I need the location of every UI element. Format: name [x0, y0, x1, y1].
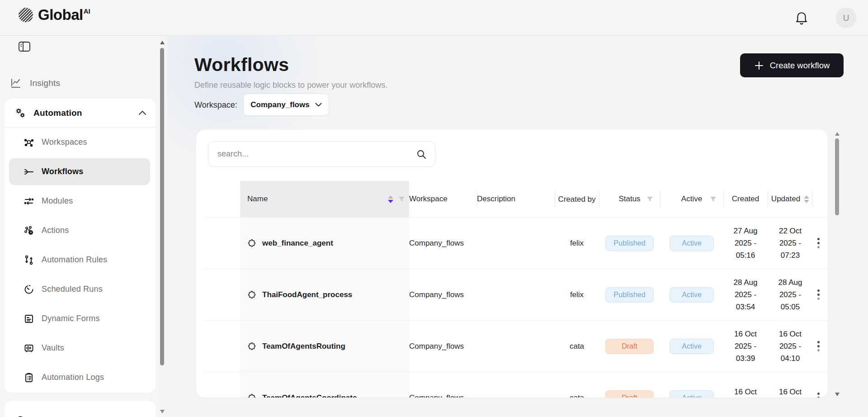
sidebar-item-label: Automation Rules	[42, 255, 107, 265]
created-by-cell: cata	[555, 321, 599, 372]
updated-date: 16 Oct 2025 - 04:10	[771, 328, 810, 365]
header-actions	[813, 181, 828, 217]
table-row[interactable]: ThaiFoodAgent_process Company_flows feli…	[203, 269, 828, 320]
brand-name: Global	[38, 6, 83, 23]
filter-icon[interactable]	[646, 195, 654, 203]
sidebar-collapse-icon[interactable]	[18, 41, 31, 52]
modules-icon	[24, 196, 34, 207]
sidebar-item-automation-logs[interactable]: Automation Logs	[5, 363, 156, 392]
workspace-select[interactable]: Company_flows	[243, 94, 329, 116]
workflow-name-cell[interactable]: web_finance_agent	[240, 218, 409, 269]
automation-gears-icon	[14, 107, 26, 119]
ai-orchestration-icon	[14, 415, 26, 417]
sidebar-item-actions[interactable]: Actions	[5, 216, 156, 245]
workflows-icon	[24, 166, 34, 177]
content-scrollbar[interactable]	[834, 130, 840, 398]
workspace-select-value: Company_flows	[250, 100, 309, 109]
sidebar-item-vaults[interactable]: Vaults	[5, 333, 156, 363]
workflow-name-cell[interactable]: TeamOfAgentsCoordinate	[240, 372, 409, 398]
sidebar-scrollbar[interactable]	[159, 39, 165, 417]
created-date: 16 Oct 2025 - 03:39	[726, 328, 765, 365]
status-badge: Published	[605, 287, 654, 303]
sidebar-item-dynamic-forms[interactable]: Dynamic Forms	[5, 304, 156, 333]
active-badge: Active	[670, 236, 714, 251]
sidebar-item-ai-orchestration[interactable]: AI Orchestration	[5, 401, 156, 417]
scrollbar-thumb[interactable]	[160, 48, 164, 365]
sidebar-item-label: Insights	[30, 78, 60, 88]
workflow-name-cell[interactable]: ThaiFoodAgent_process	[240, 269, 409, 320]
automation-rules-icon	[24, 255, 34, 265]
sort-icon[interactable]	[804, 195, 809, 203]
brand-logo: GlobalAI	[17, 6, 90, 24]
sidebar-item-label: Dynamic Forms	[42, 314, 100, 323]
workflow-name: TeamOfAgentsRouting	[262, 342, 345, 351]
sidebar-item-label: Automation Logs	[42, 373, 104, 382]
created-by-cell: cata	[555, 372, 599, 398]
user-avatar[interactable]: U	[836, 8, 856, 28]
brand-globe-icon	[17, 6, 34, 24]
create-workflow-button[interactable]: Create workflow	[740, 53, 844, 77]
avatar-initial: U	[843, 13, 849, 23]
workflows-table: Name Workspace Description Created by St…	[203, 181, 828, 398]
table-row[interactable]: TeamOfAgentsRouting Company_flows cata D…	[203, 320, 828, 372]
sidebar-item-label: Scheduled Runs	[42, 284, 103, 294]
header-name[interactable]: Name	[240, 181, 409, 217]
sidebar-item-label: Vaults	[42, 343, 64, 353]
scroll-up-icon[interactable]	[160, 40, 165, 45]
row-actions-kebab-icon[interactable]	[817, 341, 820, 351]
automation-menu-card: Automation Workspaces Workflows	[5, 99, 156, 393]
header-active[interactable]: Active	[660, 181, 723, 217]
sidebar-item-label: Modules	[42, 196, 73, 206]
created-by-cell: felix	[555, 269, 599, 320]
table-row[interactable]: TeamOfAgentsCoordinate Company_flows cat…	[203, 372, 828, 398]
sidebar-item-workspaces[interactable]: Workspaces	[5, 128, 156, 157]
filter-icon[interactable]	[709, 195, 717, 203]
scrollbar-thumb[interactable]	[835, 138, 839, 215]
search-icon[interactable]	[416, 149, 427, 160]
header-updated[interactable]: Updated	[768, 181, 813, 217]
active-badge: Active	[670, 287, 714, 303]
sidebar-item-workflows[interactable]: Workflows	[5, 157, 156, 186]
table-row[interactable]: web_finance_agent Company_flows felix Pu…	[203, 217, 828, 269]
scroll-down-icon[interactable]	[160, 409, 165, 414]
notifications-bell-icon[interactable]	[795, 11, 808, 25]
status-badge: Published	[605, 236, 654, 251]
workflow-name: TeamOfAgentsCoordinate	[262, 393, 357, 398]
header-label: Active	[681, 194, 702, 204]
header-created[interactable]: Created	[723, 181, 768, 217]
scroll-down-icon[interactable]	[835, 392, 840, 397]
header-label: Updated	[771, 194, 800, 204]
workflow-name: ThaiFoodAgent_process	[262, 290, 352, 299]
sidebar-item-modules[interactable]: Modules	[5, 186, 156, 216]
filter-icon[interactable]	[398, 195, 406, 203]
header-description[interactable]: Description	[477, 181, 555, 217]
row-spacer	[203, 218, 240, 269]
app-header: GlobalAI U	[0, 0, 868, 36]
scroll-up-icon[interactable]	[835, 131, 840, 137]
workspace-cell: Company_flows	[409, 372, 477, 398]
created-date: 16 Oct 2025 -	[726, 386, 765, 398]
puzzle-icon	[247, 393, 256, 398]
row-actions-kebab-icon[interactable]	[817, 238, 820, 248]
brand-suffix: AI	[84, 7, 90, 15]
header-label: Workspace	[409, 194, 448, 204]
row-actions-kebab-icon[interactable]	[817, 393, 820, 398]
sidebar-item-scheduled-runs[interactable]: Scheduled Runs	[5, 275, 156, 304]
sidebar-item-label: Automation	[33, 108, 131, 118]
updated-date: 16 Oct 2025 -	[771, 386, 810, 398]
header-label: Status	[618, 194, 640, 204]
workflow-name: web_finance_agent	[262, 239, 333, 248]
sidebar-item-automation[interactable]: Automation	[5, 99, 156, 128]
header-workspace[interactable]: Workspace	[409, 181, 477, 217]
active-badge: Active	[670, 390, 714, 398]
table-header-row: Name Workspace Description Created by St…	[203, 181, 828, 217]
chevron-up-icon	[138, 110, 146, 115]
search-input[interactable]	[217, 149, 416, 159]
header-status[interactable]: Status	[599, 181, 660, 217]
sort-icon[interactable]	[388, 195, 393, 203]
sidebar-item-automation-rules[interactable]: Automation Rules	[5, 245, 156, 275]
row-actions-kebab-icon[interactable]	[817, 289, 820, 300]
workflow-name-cell[interactable]: TeamOfAgentsRouting	[240, 321, 409, 372]
header-created-by[interactable]: Created by	[555, 181, 599, 217]
sidebar-item-insights[interactable]: Insights	[10, 73, 150, 93]
